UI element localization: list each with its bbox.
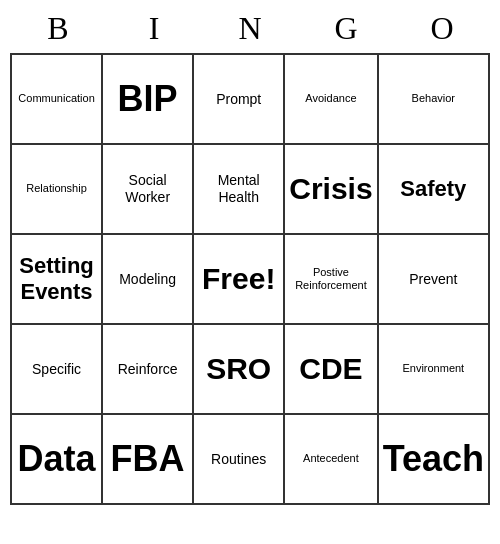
header-letter: B <box>10 8 106 49</box>
bingo-cell: SRO <box>194 325 285 415</box>
cell-label: Communication <box>18 92 94 105</box>
bingo-cell: Relationship <box>12 145 103 235</box>
bingo-cell: Safety <box>379 145 490 235</box>
cell-label: SRO <box>206 351 271 387</box>
bingo-cell: FBA <box>103 415 194 505</box>
cell-label: Social Worker <box>107 172 188 206</box>
cell-label: BIP <box>118 77 178 120</box>
bingo-cell: Teach <box>379 415 490 505</box>
bingo-cell: Routines <box>194 415 285 505</box>
cell-label: Reinforce <box>118 361 178 378</box>
bingo-cell: Behavior <box>379 55 490 145</box>
bingo-cell: BIP <box>103 55 194 145</box>
cell-label: Setting Events <box>16 253 97 306</box>
header-letter: I <box>106 8 202 49</box>
cell-label: Prompt <box>216 91 261 108</box>
cell-label: Routines <box>211 451 266 468</box>
bingo-cell: Avoidance <box>285 55 378 145</box>
cell-label: Crisis <box>289 171 372 207</box>
bingo-cell: Postive Reinforcement <box>285 235 378 325</box>
cell-label: Teach <box>383 437 484 480</box>
bingo-cell: Reinforce <box>103 325 194 415</box>
cell-label: Modeling <box>119 271 176 288</box>
cell-label: Mental Health <box>198 172 279 206</box>
bingo-cell: Antecedent <box>285 415 378 505</box>
header-letter: O <box>394 8 490 49</box>
bingo-cell: Specific <box>12 325 103 415</box>
bingo-cell: Free! <box>194 235 285 325</box>
bingo-cell: Prevent <box>379 235 490 325</box>
bingo-cell: Social Worker <box>103 145 194 235</box>
cell-label: FBA <box>111 437 185 480</box>
bingo-cell: Modeling <box>103 235 194 325</box>
cell-label: Postive Reinforcement <box>289 266 372 292</box>
bingo-cell: Crisis <box>285 145 378 235</box>
cell-label: Antecedent <box>303 452 359 465</box>
bingo-cell: Prompt <box>194 55 285 145</box>
cell-label: Avoidance <box>305 92 356 105</box>
bingo-cell: Setting Events <box>12 235 103 325</box>
bingo-cell: Environment <box>379 325 490 415</box>
header-letter: G <box>298 8 394 49</box>
bingo-cell: Communication <box>12 55 103 145</box>
bingo-cell: Mental Health <box>194 145 285 235</box>
cell-label: Relationship <box>26 182 87 195</box>
cell-label: Specific <box>32 361 81 378</box>
bingo-card: BINGO CommunicationBIPPromptAvoidanceBeh… <box>10 8 490 505</box>
cell-label: Prevent <box>409 271 457 288</box>
cell-label: Behavior <box>412 92 455 105</box>
cell-label: CDE <box>299 351 362 387</box>
bingo-cell: CDE <box>285 325 378 415</box>
cell-label: Free! <box>202 261 275 297</box>
cell-label: Safety <box>400 176 466 202</box>
cell-label: Environment <box>402 362 464 375</box>
bingo-cell: Data <box>12 415 103 505</box>
bingo-header: BINGO <box>10 8 490 49</box>
cell-label: Data <box>18 437 96 480</box>
bingo-grid: CommunicationBIPPromptAvoidanceBehaviorR… <box>10 53 490 505</box>
header-letter: N <box>202 8 298 49</box>
